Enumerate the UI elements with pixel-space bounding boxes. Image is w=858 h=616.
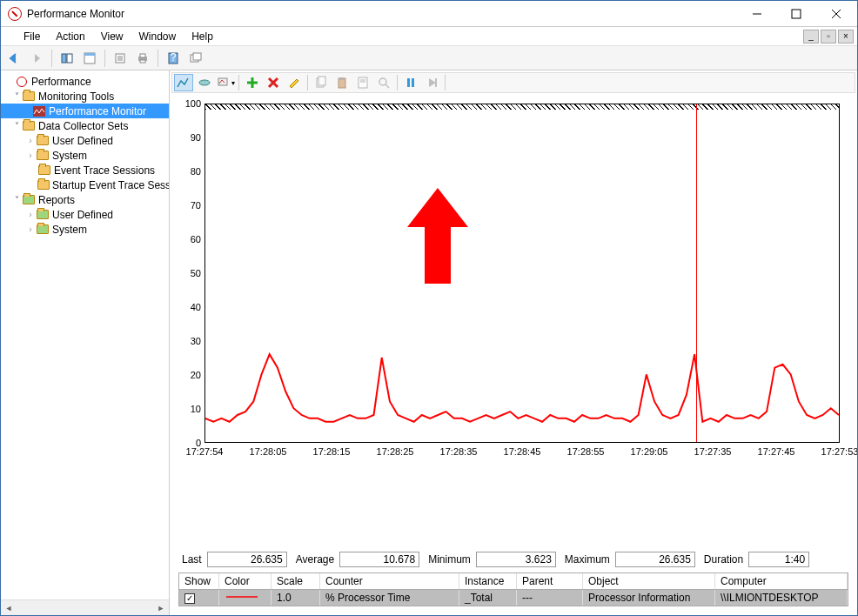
- menu-view[interactable]: View: [94, 29, 131, 44]
- svg-rect-4: [62, 54, 66, 63]
- properties-icon-button[interactable]: [353, 74, 372, 91]
- svg-rect-18: [193, 53, 201, 60]
- stat-avg-label: Average: [292, 553, 339, 566]
- print-button[interactable]: [133, 49, 152, 68]
- forward-button[interactable]: [27, 49, 46, 68]
- highlight-button[interactable]: [285, 74, 304, 91]
- tree-label: System: [52, 150, 87, 162]
- stat-min-value: 3.623: [476, 552, 556, 567]
- mdi-controls: _ ▫ ×: [803, 30, 857, 44]
- svg-point-32: [379, 78, 386, 85]
- chart-plot[interactable]: [204, 104, 840, 443]
- menu-action[interactable]: Action: [49, 29, 91, 44]
- tree-reports[interactable]: ˅ Reports: [1, 192, 169, 207]
- counter-object: Processor Information: [583, 590, 715, 606]
- main-area: Performance ˅ Monitoring Tools Performan…: [1, 70, 857, 615]
- chart-y-axis: 0102030405060708090100: [178, 104, 203, 443]
- svg-rect-34: [407, 78, 410, 87]
- freeze-button[interactable]: [401, 74, 420, 91]
- properties-button[interactable]: [80, 49, 99, 68]
- svg-line-33: [385, 84, 389, 88]
- stats-bar: Last26.635 Average10.678 Minimum3.623 Ma…: [178, 552, 848, 567]
- update-button[interactable]: [422, 74, 441, 91]
- svg-rect-14: [140, 60, 145, 63]
- chart-now-line: [696, 104, 697, 442]
- mdi-close-button[interactable]: ×: [838, 30, 854, 44]
- stat-min-label: Minimum: [425, 553, 476, 566]
- counter-computer: \\ILMIONTDESKTOP: [715, 590, 848, 606]
- help-button[interactable]: ?: [164, 49, 183, 68]
- tree-event-trace-sessions[interactable]: Event Trace Sessions: [1, 163, 169, 177]
- menu-window[interactable]: Window: [132, 29, 184, 44]
- show-hide-tree-button[interactable]: [57, 49, 77, 68]
- menu-file[interactable]: File: [17, 29, 47, 44]
- col-scale[interactable]: Scale: [271, 573, 320, 589]
- chart-area: 0102030405060708090100 17:27:5417:28:051…: [178, 104, 848, 543]
- minimize-button[interactable]: [737, 1, 776, 26]
- col-show[interactable]: Show: [179, 573, 219, 589]
- tree-data-collector-sets[interactable]: ˅ Data Collector Sets: [1, 118, 169, 133]
- chart-line: [205, 104, 839, 442]
- counter-parent: ---: [517, 590, 583, 606]
- tree-label: Startup Event Trace Sessions: [52, 179, 169, 191]
- zoom-button[interactable]: [374, 74, 393, 91]
- counter-name: % Processor Time: [320, 590, 459, 606]
- tree-label: System: [52, 224, 87, 236]
- tree-label: User Defined: [52, 209, 113, 221]
- add-counter-button[interactable]: [243, 74, 262, 91]
- stat-avg-value: 10.678: [339, 552, 419, 567]
- col-object[interactable]: Object: [583, 573, 715, 589]
- counter-color-swatch: [219, 590, 271, 606]
- svg-rect-5: [67, 54, 72, 63]
- table-row[interactable]: ✓ 1.0 % Processor Time _Total --- Proces…: [179, 590, 848, 606]
- delete-counter-button[interactable]: [264, 74, 283, 91]
- stat-dur-value: 1:40: [748, 552, 809, 567]
- tree-dcs-user-defined[interactable]: › User Defined: [1, 133, 169, 148]
- tree-horizontal-scrollbar[interactable]: ◄ ►: [1, 599, 169, 615]
- export-button[interactable]: [111, 49, 130, 68]
- view-current-button[interactable]: [174, 74, 193, 91]
- counter-table: Show Color Scale Counter Instance Parent…: [178, 572, 848, 606]
- tree-pane: Performance ˅ Monitoring Tools Performan…: [1, 70, 170, 615]
- tree-performance-monitor[interactable]: Performance Monitor: [1, 104, 169, 118]
- mdi-minimize-button[interactable]: _: [803, 30, 819, 44]
- menu-bar: File Action View Window Help _ ▫ ×: [1, 27, 857, 46]
- col-instance[interactable]: Instance: [459, 573, 517, 589]
- counter-show-checkbox[interactable]: ✓: [184, 593, 195, 604]
- tree-reports-user-defined[interactable]: › User Defined: [1, 207, 169, 222]
- counter-table-header: Show Color Scale Counter Instance Parent…: [179, 573, 848, 590]
- col-counter[interactable]: Counter: [320, 573, 459, 589]
- svg-rect-20: [218, 78, 227, 85]
- window-title: Performance Monitor: [27, 8, 737, 20]
- stat-max-label: Maximum: [561, 553, 615, 566]
- new-window-button[interactable]: [186, 49, 205, 68]
- tree-dcs-system[interactable]: › System: [1, 148, 169, 163]
- tree-label: Performance Monitor: [49, 105, 146, 117]
- col-computer[interactable]: Computer: [715, 573, 848, 589]
- chart-x-axis: 17:27:5417:28:0517:28:1517:28:2517:28:35…: [204, 445, 840, 460]
- back-button[interactable]: [4, 49, 23, 68]
- view-log-button[interactable]: [195, 74, 214, 91]
- scroll-left-icon[interactable]: ◄: [1, 604, 17, 613]
- svg-rect-28: [340, 77, 344, 80]
- svg-rect-1: [792, 10, 801, 18]
- maximize-button[interactable]: [776, 1, 815, 26]
- graph-type-button[interactable]: ▾: [216, 74, 235, 91]
- paste-button[interactable]: [332, 74, 352, 91]
- stat-max-value: 26.635: [615, 552, 695, 567]
- scroll-right-icon[interactable]: ►: [153, 604, 169, 613]
- tree-startup-event-trace[interactable]: Startup Event Trace Sessions: [1, 177, 169, 192]
- close-button[interactable]: [815, 1, 857, 26]
- svg-text:?: ?: [171, 51, 177, 64]
- col-parent[interactable]: Parent: [517, 573, 583, 589]
- tree-root-performance[interactable]: Performance: [1, 74, 169, 89]
- tree-reports-system[interactable]: › System: [1, 222, 169, 237]
- stat-last-label: Last: [178, 553, 207, 566]
- menu-help[interactable]: Help: [184, 29, 220, 44]
- mdi-restore-button[interactable]: ▫: [821, 30, 836, 44]
- copy-button[interactable]: [312, 74, 331, 91]
- counter-scale: 1.0: [271, 590, 320, 606]
- tree-monitoring-tools[interactable]: ˅ Monitoring Tools: [1, 89, 169, 104]
- col-color[interactable]: Color: [219, 573, 271, 589]
- svg-rect-7: [84, 53, 95, 56]
